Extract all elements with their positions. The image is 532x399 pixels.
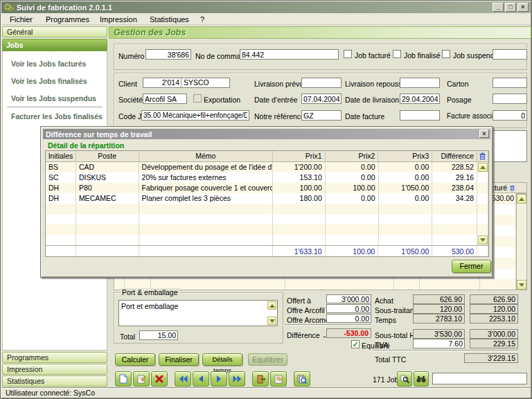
col-difference[interactable]: Différence (432, 151, 477, 161)
first-record-button[interactable] (175, 371, 191, 387)
fermer-button[interactable]: Fermer (452, 260, 491, 273)
societe-input[interactable] (143, 94, 187, 104)
sidebar-section-statistiques[interactable]: Statistiques (2, 375, 107, 387)
job-facture-checkbox[interactable] (344, 50, 352, 58)
job-lines-scrollbar[interactable] (516, 193, 527, 290)
facture-associee-input[interactable] (493, 110, 527, 121)
next-record-button[interactable] (211, 371, 227, 387)
sidebar-section-jobs[interactable]: Jobs (2, 39, 107, 51)
repartition-row-empty[interactable] (46, 235, 488, 245)
sidebar-section-general[interactable]: Général (2, 26, 107, 37)
offre-arcomec-input[interactable] (326, 314, 371, 323)
exportation-checkbox[interactable] (193, 94, 202, 103)
dialog-titlebar[interactable]: Différence sur temps de travail (43, 129, 490, 139)
equilibre-checkbox[interactable]: ✓ (351, 340, 360, 348)
sidebar-item-jobs-finalises[interactable]: Voir les Jobs finalisés (11, 77, 87, 85)
sidebar-item-jobs-suspendus[interactable]: Voir les Jobs suspendus (11, 94, 96, 103)
details-temps-button[interactable]: Détails temps (202, 353, 242, 366)
livraison-repoussee-input[interactable] (400, 78, 440, 88)
repartition-row[interactable]: SC DISKUS 20% sur factures externes 153.… (46, 172, 488, 183)
carton-label: Carton (447, 80, 469, 88)
code-job-input[interactable] (141, 110, 249, 121)
total-prix3: 1'050.00 (378, 246, 432, 256)
equilibrer-button[interactable]: Equilibrer (248, 353, 287, 366)
last-record-button[interactable] (229, 371, 245, 387)
find-binoculars-button[interactable] (414, 371, 429, 387)
notre-reference-input[interactable] (301, 110, 342, 121)
menu-fichier[interactable]: Fichier (7, 15, 35, 24)
report-button[interactable] (270, 371, 287, 387)
search-job-button[interactable] (397, 371, 412, 387)
col-prix1[interactable]: Prix1 (273, 151, 326, 161)
offre-arcofil-input[interactable] (326, 304, 371, 313)
commande-input[interactable] (240, 49, 339, 60)
repartition-row[interactable]: DH MECAMEC Planer complet les 3 pièces 1… (46, 193, 488, 204)
offers-divider (285, 324, 371, 326)
col-prix3[interactable]: Prix3 (378, 151, 432, 161)
window-titlebar[interactable]: Suivi de fabrication 2.0.1.1 _ □ × (1, 1, 531, 13)
menu-programmes[interactable]: Programmes (43, 15, 92, 24)
menu-statistiques[interactable]: Statistiques (147, 15, 192, 24)
minimize-button[interactable]: _ (493, 3, 504, 12)
livraison-prevue-input[interactable] (301, 78, 342, 88)
scroll-up-icon[interactable] (517, 194, 526, 204)
scroll-down-icon[interactable] (517, 280, 526, 290)
sidebar-item-jobs-factures[interactable]: Voir les Jobs facturés (11, 60, 86, 68)
delete-column-header[interactable] (477, 151, 488, 161)
trash-icon[interactable] (510, 184, 515, 192)
menu-help[interactable]: ? (197, 15, 207, 24)
window-title: Suivi de fabrication 2.0.1.1 (17, 3, 112, 12)
close-button[interactable]: × (517, 3, 529, 12)
finaliser-button[interactable]: Finaliser (159, 353, 199, 366)
client-number[interactable]: 2'014 (143, 78, 181, 87)
print-preview-button[interactable] (294, 371, 310, 387)
menu-impression[interactable]: Impression (97, 15, 140, 24)
scroll-up-icon[interactable] (478, 163, 488, 172)
search-input[interactable] (432, 373, 527, 384)
job-flag-input[interactable] (493, 49, 527, 60)
repartition-totals-row: 1'633.10 100.00 1'050.00 530.00 (46, 245, 488, 256)
edit-job-button[interactable] (133, 371, 150, 387)
col-poste[interactable]: Poste (76, 151, 139, 161)
client-name[interactable]: SYSCO (181, 78, 209, 87)
sidebar-item-facturer-finalises[interactable]: Facturer les Jobs finalisés (11, 112, 103, 121)
numero-input[interactable] (145, 49, 191, 60)
col-memo[interactable]: Mémo (139, 151, 273, 161)
calculer-button[interactable]: Calculer (115, 353, 155, 366)
sous-traitance-v2: 120.00 (470, 304, 518, 314)
job-suspendu-checkbox[interactable] (442, 50, 450, 58)
delete-job-button[interactable] (151, 371, 168, 387)
exit-form-button[interactable] (252, 371, 269, 387)
sidebar-section-programmes[interactable]: Programmes (2, 352, 107, 363)
temps-v2: 2253.10 (470, 314, 518, 323)
offert-input[interactable] (326, 294, 371, 303)
cell-difference: 238.04 (432, 183, 477, 193)
job-finalise-checkbox[interactable] (393, 50, 401, 58)
date-facture-input[interactable] (400, 110, 440, 121)
tva-v2: 229.15 (470, 339, 518, 348)
previous-record-button[interactable] (193, 371, 209, 387)
port-total-input[interactable] (139, 330, 178, 340)
tva-input[interactable] (413, 339, 465, 348)
new-job-button[interactable] (115, 371, 132, 387)
repartition-row-empty[interactable] (46, 224, 488, 235)
col-initiales[interactable]: Initiales (46, 151, 76, 161)
date-livraison-input[interactable] (400, 94, 440, 104)
cell-poste: MECAMEC (76, 193, 139, 204)
scroll-up-icon[interactable] (267, 301, 276, 310)
repartition-row-empty[interactable] (46, 204, 488, 214)
maximize-button[interactable]: □ (505, 3, 516, 12)
repartition-row-empty[interactable] (46, 214, 488, 224)
port-textarea[interactable]: Port et emballage (118, 300, 278, 326)
dialog-close-button[interactable]: × (479, 130, 489, 138)
repartition-row[interactable]: BS CAD Développement du posage et de l'i… (46, 162, 488, 172)
client-field[interactable]: 2'014 SYSCO (143, 78, 230, 88)
col-prix2[interactable]: Prix2 (326, 151, 379, 161)
scroll-down-icon[interactable] (478, 236, 488, 245)
repartition-row[interactable]: DH P80 Fabriquer posage couvercle 1 et c… (46, 183, 488, 193)
posage-input[interactable] (493, 94, 527, 104)
scroll-down-icon[interactable] (267, 317, 276, 325)
sidebar-section-impression[interactable]: Impression (2, 364, 107, 375)
date-entree-input[interactable] (301, 94, 342, 104)
carton-input[interactable] (493, 78, 527, 88)
